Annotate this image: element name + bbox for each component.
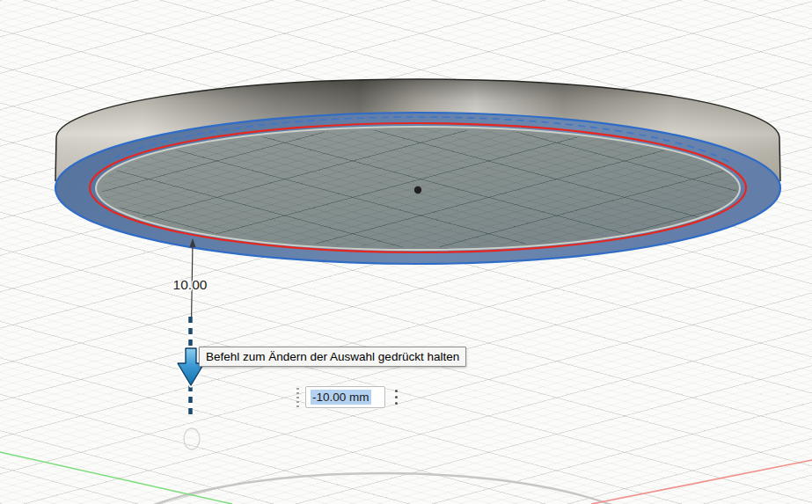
dimension-input-widget: -10.00 mm xyxy=(296,386,399,408)
dimension-label: 10.00 xyxy=(173,277,208,292)
sketch-center-point[interactable] xyxy=(414,186,421,194)
dimension-input-value[interactable]: -10.00 mm xyxy=(311,390,371,405)
dimension-tick xyxy=(190,238,196,247)
kebab-menu-icon[interactable] xyxy=(393,387,399,407)
tooltip: Befehl zum Ändern der Auswahl gedrückt h… xyxy=(199,347,466,367)
cad-viewport: { "viewport": { "tooltip": { "text": "Be… xyxy=(0,0,812,504)
dimension-input[interactable]: -10.00 mm xyxy=(305,386,385,408)
annotation-layer: 10.00 xyxy=(0,0,812,504)
dotted-grip-icon[interactable] xyxy=(296,388,299,407)
tooltip-text: Befehl zum Ändern der Auswahl gedrückt h… xyxy=(206,350,459,363)
manipulator-ghost-circle xyxy=(184,428,200,449)
